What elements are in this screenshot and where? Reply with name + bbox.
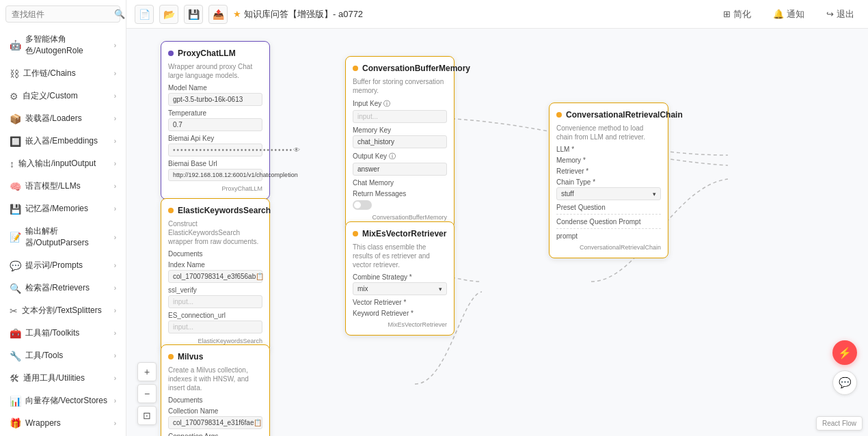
node-mix-es-vector[interactable]: MixEsVectorRetriever This class ensemble… xyxy=(345,221,455,336)
prompt-label[interactable]: prompt xyxy=(556,232,661,240)
fit-view-button[interactable]: ⊡ xyxy=(137,406,157,425)
node-status-dot xyxy=(556,112,562,118)
node-status-dot xyxy=(168,51,174,56)
chevron-right-icon: › xyxy=(114,397,116,405)
sidebar-item-label: 提示词/Prompts xyxy=(25,260,83,271)
model-name-value[interactable]: gpt-3.5-turbo-16k-0613 xyxy=(168,93,262,106)
open-file-button[interactable]: 📂 xyxy=(159,5,178,24)
input-key-label: Input Key ⓘ xyxy=(353,99,447,109)
sidebar-item-text-splitters[interactable]: ✂ 文本分割/TextSplitters › xyxy=(3,300,123,321)
sidebar-item-label: 自定义/Custom xyxy=(23,90,78,102)
speed-dial: ⚡ 💬 xyxy=(832,340,857,395)
zoom-in-button[interactable]: + xyxy=(137,362,157,381)
memory-key-value[interactable]: chat_history xyxy=(353,135,447,148)
sidebar-item-memories[interactable]: 💾 记忆器/Memories › xyxy=(3,198,123,219)
node-title: ConversationalRetrievalChain xyxy=(566,110,683,120)
notify-button[interactable]: 🔔 通知 xyxy=(768,5,810,23)
node-conversation-buffer[interactable]: ConversationBufferMemory Buffer for stor… xyxy=(345,56,455,228)
node-proxy-chat-llm[interactable]: ProxyChatLLM Wrapper around proxy Chat l… xyxy=(161,41,270,200)
save-file-button[interactable]: 💾 xyxy=(184,5,203,24)
sidebar-item-label: 输入输出/inputOutput xyxy=(18,158,96,169)
chat-memory-label: Chat Memory xyxy=(353,179,447,187)
node-milvus[interactable]: Milvus Create a Milvus collection, index… xyxy=(161,344,270,436)
sidebar-item-label: 工具箱/Toolkits xyxy=(25,327,79,339)
sidebar-item-toolkits[interactable]: 🧰 工具箱/Toolkits › xyxy=(3,323,123,344)
node-conversational-retrieval[interactable]: ConversationalRetrievalChain Convenience… xyxy=(549,103,668,258)
condense-question-label[interactable]: Condense Question Prompt xyxy=(556,218,661,229)
base-url-value[interactable]: http://192.168.108.12:6001/v1/chatcomple… xyxy=(168,169,262,181)
node-title: Milvus xyxy=(178,352,203,362)
chevron-right-icon: › xyxy=(114,70,116,77)
sidebar-item-loaders[interactable]: 📦 装载器/Loaders › xyxy=(3,108,123,129)
new-file-button[interactable]: 📄 xyxy=(135,5,154,24)
connection-args-label: Connection Args xyxy=(168,433,262,436)
sidebar-item-vector-stores[interactable]: 📊 向量存储/VectorStores › xyxy=(3,390,123,411)
chevron-right-icon: › xyxy=(114,160,116,167)
ssl-verify-input[interactable]: input... xyxy=(168,295,262,308)
autogen-icon: 🤖 xyxy=(10,40,21,51)
sidebar-item-label: 检索器/Retrievers xyxy=(25,282,90,294)
simplify-icon: ⊞ xyxy=(723,9,731,19)
output-key-label: Output Key ⓘ xyxy=(353,152,447,161)
export-file-button[interactable]: 📤 xyxy=(208,5,228,24)
sidebar-item-autogen[interactable]: 🤖 多智能体角色/AutogenRole › xyxy=(3,29,123,62)
run-button[interactable]: ⚡ xyxy=(832,340,857,365)
canvas[interactable]: ProxyChatLLM Wrapper around proxy Chat l… xyxy=(126,29,868,436)
sidebar-item-custom[interactable]: ⚙ 自定义/Custom › xyxy=(3,85,123,107)
title-text: 知识库问答【增强版】- a0772 xyxy=(244,8,363,21)
es-connection-input[interactable]: input... xyxy=(168,321,262,333)
sidebar-item-tools[interactable]: 🔧 工具/Tools › xyxy=(3,345,123,366)
search-icon[interactable]: 🔍 xyxy=(114,9,125,19)
collection-name-value[interactable]: col_1700798314_e31f6fae 📋 xyxy=(168,416,262,429)
chevron-right-icon: › xyxy=(114,42,116,49)
sidebar-item-utilities[interactable]: 🛠 通用工具/Utilities › xyxy=(3,368,123,389)
node-title: MixEsVectorRetriever xyxy=(362,229,446,239)
node-elastic-search[interactable]: ElasticKeywordsSearch Construct ElasticK… xyxy=(161,198,270,352)
eye-icon[interactable]: 👁 xyxy=(293,146,300,154)
api-key-value[interactable]: •••••••••••••••••••••••••••••••• 👁 xyxy=(168,144,262,156)
logout-icon: ↪ xyxy=(826,9,834,19)
index-name-value[interactable]: col_1700798314_e3f656ab 📋 xyxy=(168,270,262,283)
sidebar-item-output-parsers[interactable]: 📝 输出解析器/OutputParsers › xyxy=(3,221,123,254)
node-header: MixEsVectorRetriever xyxy=(353,229,447,239)
node-footer: ConversationalRetrievalChain xyxy=(556,244,661,251)
node-status-dot xyxy=(168,208,174,213)
copy-icon[interactable]: 📋 xyxy=(256,273,264,280)
simplify-button[interactable]: ⊞ 简化 xyxy=(718,5,757,23)
combine-strategy-select[interactable]: mix ▾ xyxy=(353,282,447,295)
chevron-right-icon: › xyxy=(114,307,116,314)
chat-button[interactable]: 💬 xyxy=(832,370,857,395)
node-footer: ElasticKeywordsSearch xyxy=(168,338,262,344)
retriever-label: Retriever * xyxy=(556,167,661,175)
sidebar-item-input-output[interactable]: ↕ 输入输出/inputOutput › xyxy=(3,153,123,174)
logout-button[interactable]: ↪ 退出 xyxy=(821,5,860,23)
temperature-value[interactable]: 0.7 xyxy=(168,118,262,131)
node-footer: MixEsVectorRetriever xyxy=(353,321,447,328)
sidebar-item-wrappers[interactable]: 🎁 Wrappers › xyxy=(3,413,123,433)
node-footer: ProxyChatLLM xyxy=(168,185,262,192)
zoom-out-button[interactable]: − xyxy=(137,384,157,403)
copy-icon[interactable]: 📋 xyxy=(254,419,262,426)
llm-label: LLM * xyxy=(556,146,661,153)
search-box[interactable]: 🔍 xyxy=(5,5,120,23)
sidebar-item-llms[interactable]: 🧠 语言模型/LLMs › xyxy=(3,176,123,197)
node-desc: Create a Milvus collection, indexes it w… xyxy=(168,366,262,392)
preset-question-label[interactable]: Preset Question xyxy=(556,204,661,215)
node-footer: ConversationBufferMemory xyxy=(353,214,447,221)
sidebar-item-prompts[interactable]: 💬 提示词/Prompts › xyxy=(3,255,123,276)
node-title: ElasticKeywordsSearch xyxy=(178,206,271,215)
api-key-masked: •••••••••••••••••••••••••••••••• xyxy=(173,146,293,154)
sidebar-item-chains[interactable]: ⛓ 工作链/Chains › xyxy=(3,63,123,84)
retrievers-icon: 🔍 xyxy=(10,283,21,294)
search-input[interactable] xyxy=(12,10,114,19)
chevron-right-icon: › xyxy=(114,182,116,190)
sidebar: 🔍 🤖 多智能体角色/AutogenRole › ⛓ 工作链/Chains › … xyxy=(0,0,126,436)
chain-type-select[interactable]: stuff ▾ xyxy=(556,187,661,200)
output-key-value[interactable]: answer xyxy=(353,163,447,176)
sidebar-item-embeddings[interactable]: 🔲 嵌入器/Embeddings › xyxy=(3,131,123,152)
chevron-right-icon: › xyxy=(114,262,116,269)
input-key-input[interactable]: input... xyxy=(353,110,447,123)
memory-label: Memory * xyxy=(556,156,661,164)
sidebar-item-retrievers[interactable]: 🔍 检索器/Retrievers › xyxy=(3,277,123,299)
return-messages-toggle[interactable] xyxy=(353,200,372,210)
